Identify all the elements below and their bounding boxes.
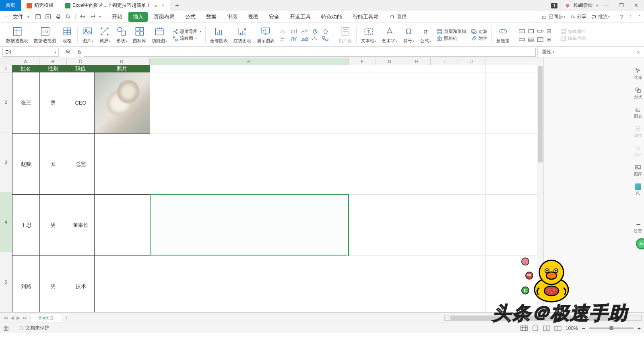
cell-I-col[interactable] (431, 65, 458, 312)
attach-button[interactable]: 附件 (471, 35, 487, 41)
col-header-C[interactable]: C (67, 58, 94, 65)
file-menu[interactable]: 文件 (10, 12, 27, 21)
more-button[interactable]: ⋮ (628, 14, 633, 20)
sheet-last-icon[interactable]: ⏭ (23, 315, 27, 321)
close-panel-icon[interactable]: × (637, 49, 640, 56)
undo-icon[interactable] (80, 14, 86, 20)
object-button[interactable]: 对象 (471, 29, 487, 35)
all-charts-button[interactable]: 全部图表 (207, 26, 231, 44)
cell-B1[interactable]: 性别 (39, 65, 67, 72)
form-control-icon[interactable] (537, 37, 544, 43)
cell-F-col[interactable] (349, 65, 376, 312)
cell-B2[interactable]: 男 (39, 72, 67, 134)
tab-formula[interactable]: 公式 (181, 12, 200, 22)
cell-B5[interactable]: 男 (39, 255, 67, 312)
break-view-icon[interactable] (543, 325, 550, 331)
cell-A1[interactable]: 姓名 (12, 65, 40, 72)
saveas-icon[interactable] (45, 14, 51, 20)
side-style[interactable]: 风 (635, 183, 641, 196)
tab-insert[interactable]: 插入 (128, 12, 148, 22)
zoom-value[interactable]: 100% (566, 325, 578, 331)
pie-chart-icon[interactable] (311, 29, 319, 34)
icons-button[interactable]: 图标库 (130, 26, 149, 44)
maximize-button[interactable]: ❐ (616, 1, 627, 10)
col-header-D[interactable]: D (94, 58, 150, 65)
vertical-scrollbar[interactable] (537, 65, 543, 312)
side-shape[interactable]: 形状 (634, 87, 642, 100)
normal-view-icon[interactable] (520, 325, 528, 331)
flowchart-button[interactable]: 流程图▾ (172, 35, 201, 41)
username[interactable]: Kaili爱绘 (574, 2, 593, 9)
cell-C5[interactable]: 技术 (67, 255, 95, 312)
cell-J-col[interactable] (458, 65, 486, 312)
bar-chart-icon[interactable] (280, 29, 288, 34)
read-view-icon[interactable] (554, 325, 561, 331)
sync-status[interactable]: 已同步▾ (541, 13, 565, 20)
zoom-in-button[interactable]: + (638, 325, 641, 332)
cells-grid[interactable]: 姓名 性别 职位 照片 张三 男 CEO 赵晓 女 总监 王思 男 董事长 刘路 (12, 65, 537, 312)
function-chart-button[interactable]: 功能图▾ (149, 26, 170, 44)
hamburger-icon[interactable]: ≡ (2, 14, 9, 20)
fx-label[interactable]: fx (75, 49, 84, 55)
col-header-A[interactable]: A (12, 58, 39, 65)
cell-B4[interactable]: 男 (39, 194, 67, 256)
col-header-E[interactable]: E (150, 58, 349, 65)
symbol-button[interactable]: Ω符号▾ (400, 26, 417, 44)
search-command[interactable]: 查找 (390, 13, 407, 20)
preview-icon[interactable] (65, 14, 71, 20)
sheet-prev-icon[interactable]: ◀ (10, 315, 14, 321)
col-header-G[interactable]: G (376, 58, 403, 65)
row-header-3[interactable]: 3 (0, 132, 12, 192)
tab-home[interactable]: 首页 (0, 0, 21, 11)
tab-data[interactable]: 数据 (202, 12, 221, 22)
mindmap-button[interactable]: 思维导图▾ (172, 29, 201, 35)
share-button[interactable]: 分享 (570, 13, 586, 20)
tab-review[interactable]: 审阅 (223, 12, 242, 22)
equation-button[interactable]: π公式▾ (417, 26, 434, 44)
help-button[interactable]: ? (620, 14, 623, 20)
save-icon[interactable] (35, 14, 41, 20)
cell-C4[interactable]: 董事长 (67, 194, 95, 256)
hscroll-thumb[interactable] (450, 316, 627, 320)
zoom-out-button[interactable]: − (582, 325, 585, 332)
camera-button[interactable]: 照相机 (436, 35, 466, 41)
line-chart-icon[interactable] (301, 29, 309, 34)
pivot-table-button[interactable]: 数据透视表 (3, 26, 31, 44)
cell-B3[interactable]: 女 (39, 133, 67, 195)
hyperlink-button[interactable]: 超链接 (493, 26, 512, 44)
sheet-next-icon[interactable]: ▶ (17, 315, 20, 321)
picture-button[interactable]: 图片▾ (79, 26, 96, 44)
form-control-icon[interactable] (528, 28, 535, 34)
zoom-formula-icon[interactable] (61, 49, 75, 56)
floating-badge[interactable]: 80 (636, 238, 644, 249)
side-settings[interactable]: •••设置 (634, 221, 642, 234)
cell-G-col[interactable] (376, 65, 404, 312)
row-header-2[interactable]: 2 (0, 72, 12, 132)
minimize-button[interactable]: — (601, 1, 613, 10)
textbox-button[interactable]: 文本框▾ (358, 26, 379, 44)
collapse-ribbon-button[interactable]: ⌃ (638, 14, 642, 20)
tab-start[interactable]: 开始 (107, 12, 127, 22)
cell-E-col[interactable] (150, 65, 349, 312)
table-button[interactable]: 表格 (59, 26, 76, 44)
cell-C3[interactable]: 总监 (67, 133, 95, 195)
form-control-icon[interactable] (528, 37, 535, 43)
form-control-icon[interactable] (518, 28, 525, 34)
scatter-chart-icon[interactable] (311, 36, 319, 41)
column-chart-icon[interactable] (280, 36, 288, 41)
sheet-tab-1[interactable]: Sheet1 (31, 313, 61, 322)
cell-C2[interactable]: CEO (67, 72, 95, 134)
tab-layout[interactable]: 页面布局 (149, 12, 179, 22)
more-charts-icon[interactable] (322, 36, 330, 41)
cell-D5[interactable] (94, 255, 150, 312)
side-gallery[interactable]: 图库 (634, 164, 642, 177)
tab-developer[interactable]: 开发工具 (285, 12, 315, 22)
cell-H-col[interactable] (403, 65, 431, 312)
stock-chart-icon[interactable] (290, 29, 298, 34)
add-tab-button[interactable]: + (170, 2, 184, 9)
col-header-F[interactable]: F (349, 58, 376, 65)
avatar[interactable] (564, 2, 571, 9)
cell-A4[interactable]: 王思 (12, 194, 40, 256)
cell-A2[interactable]: 张三 (12, 72, 40, 134)
print-icon[interactable] (55, 14, 61, 20)
